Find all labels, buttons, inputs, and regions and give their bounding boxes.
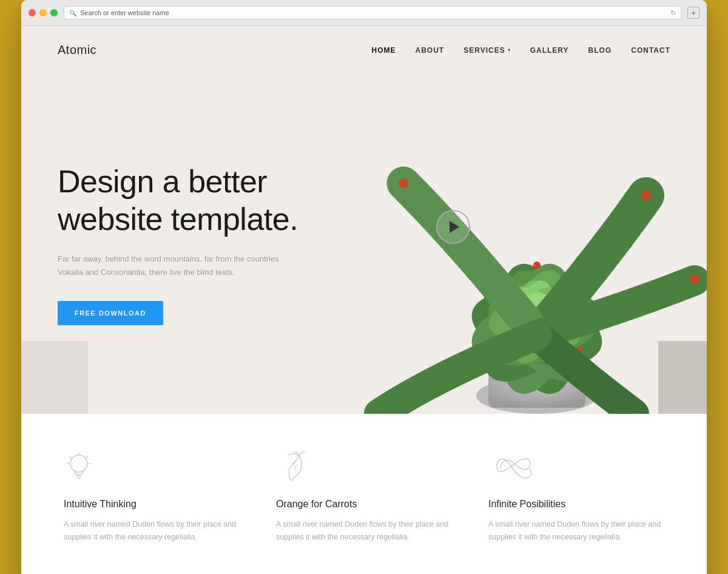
close-button[interactable] <box>29 9 36 16</box>
hero-plant-image <box>343 74 707 414</box>
download-button[interactable]: FREE DOWNLOAD <box>58 301 163 325</box>
nav-item-home[interactable]: HOME <box>372 46 396 55</box>
site-logo[interactable]: Atomic <box>58 43 96 57</box>
play-button[interactable] <box>436 210 470 244</box>
svg-point-11 <box>533 262 541 269</box>
svg-point-32 <box>70 455 87 472</box>
hero-title: Design a better website template. <box>58 163 300 238</box>
feature-title-3: Infinite Posibilities <box>488 499 664 510</box>
svg-line-36 <box>70 456 72 458</box>
features-section: Intuitive Thinking A small river named D… <box>21 414 707 574</box>
svg-point-29 <box>641 191 651 200</box>
svg-line-37 <box>86 456 88 458</box>
new-tab-button[interactable]: + <box>687 7 699 19</box>
feature-desc-3: A small river named Duden flows by their… <box>488 518 664 544</box>
feature-desc-2: A small river named Duden flows by their… <box>276 518 452 544</box>
browser-window: 🔍 Search or enter website name ↻ + Atomi… <box>21 0 707 574</box>
maximize-button[interactable] <box>50 9 58 16</box>
address-text: Search or enter website name <box>80 9 667 16</box>
nav-item-about[interactable]: ABOUT <box>416 46 445 55</box>
hero-section: Design a better website template. Far fa… <box>21 74 707 414</box>
browser-chrome: 🔍 Search or enter website name ↻ + <box>21 0 707 26</box>
refresh-icon[interactable]: ↻ <box>670 9 676 17</box>
feature-desc-1: A small river named Duden flows by their… <box>64 518 240 544</box>
search-icon: 🔍 <box>69 10 76 16</box>
play-icon <box>450 221 459 233</box>
left-strip <box>21 341 88 414</box>
feature-intuitive-thinking: Intuitive Thinking A small river named D… <box>58 450 246 544</box>
navigation: Atomic HOME ABOUT SERVICES ▾ GALLERY BLO… <box>21 26 707 74</box>
nav-links: HOME ABOUT SERVICES ▾ GALLERY BLOG CONTA… <box>372 46 670 55</box>
feature-title-2: Orange for Carrots <box>276 499 452 510</box>
website-content: Atomic HOME ABOUT SERVICES ▾ GALLERY BLO… <box>21 26 707 574</box>
nav-item-contact[interactable]: CONTACT <box>631 46 670 55</box>
nav-item-gallery[interactable]: GALLERY <box>530 46 569 55</box>
hero-subtitle: Far far away, behind the word mountains,… <box>58 252 288 279</box>
chevron-down-icon: ▾ <box>508 47 511 53</box>
nav-item-services[interactable]: SERVICES ▾ <box>463 46 510 55</box>
feature-orange-carrots: Orange for Carrots A small river named D… <box>270 450 458 544</box>
minimize-button[interactable] <box>39 9 47 16</box>
infinity-icon <box>488 450 664 487</box>
lightbulb-icon <box>64 450 240 487</box>
svg-point-30 <box>399 178 408 188</box>
carrot-icon <box>276 450 452 487</box>
feature-infinite-possibilities: Infinite Posibilities A small river name… <box>482 450 670 544</box>
hero-content: Design a better website template. Far fa… <box>21 163 337 326</box>
nav-item-blog[interactable]: BLOG <box>588 46 612 55</box>
feature-title-1: Intuitive Thinking <box>64 499 240 510</box>
address-bar[interactable]: 🔍 Search or enter website name ↻ <box>64 6 681 19</box>
svg-point-31 <box>690 274 699 284</box>
browser-buttons <box>29 9 58 16</box>
